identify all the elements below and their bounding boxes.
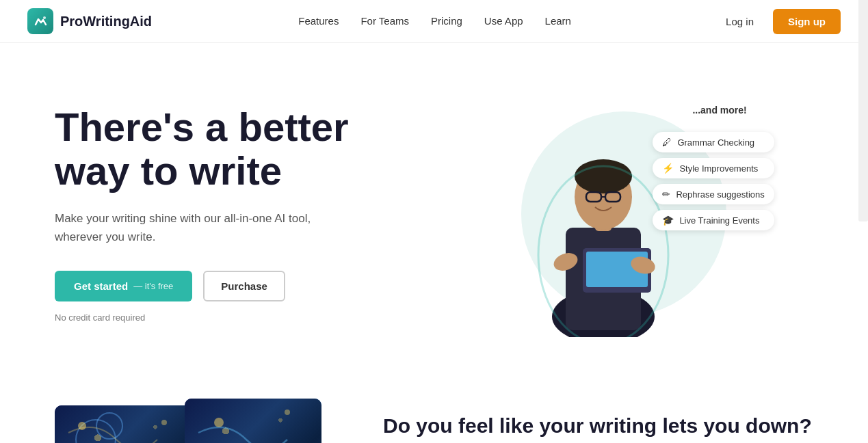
art-cards: My idea in my head [55, 399, 315, 443]
hero-right: ...and more! ✨ 🖊 Grammar Checking ⚡ Styl… [434, 84, 814, 344]
rephrase-icon: ✏ [662, 189, 670, 200]
nav-use-app[interactable]: Use App [484, 15, 523, 27]
training-label: Live Training Events [679, 215, 759, 226]
navbar: ProWritingAid Features For Teams Pricing… [0, 0, 868, 43]
section2-right: Do you feel like your writing lets you d… [383, 399, 813, 443]
section2: My idea in my head Do you feel like your… [0, 371, 868, 443]
logo-link[interactable]: ProWritingAid [27, 8, 152, 34]
nav-learn[interactable]: Learn [545, 15, 571, 27]
logo-icon [27, 8, 53, 34]
brand-name: ProWritingAid [60, 14, 152, 29]
style-label: Style Improvements [679, 163, 758, 174]
pill-training: 🎓 Live Training Events [653, 210, 774, 230]
hero-section: There's a better way to write Make your … [0, 43, 868, 371]
training-icon: 🎓 [662, 215, 674, 226]
nav-actions: Log in Sign up [718, 9, 841, 34]
purchase-button[interactable]: Purchase [203, 271, 285, 301]
nav-for-teams[interactable]: For Teams [360, 15, 409, 27]
svg-point-15 [161, 420, 167, 425]
hero-illustration: ...and more! ✨ 🖊 Grammar Checking ⚡ Styl… [487, 91, 761, 337]
get-started-button[interactable]: Get started — it's free [55, 271, 192, 301]
starry-bg [55, 405, 198, 443]
hero-subtitle: Make your writing shine with our all-in-… [55, 209, 315, 246]
hero-left: There's a better way to write Make your … [55, 105, 434, 323]
cta-label: Get started [74, 280, 128, 292]
svg-point-18 [285, 410, 290, 415]
section2-title: Do you feel like your writing lets you d… [383, 412, 813, 439]
art-card-back [55, 405, 198, 443]
nav-links: Features For Teams Pricing Use App Learn [298, 15, 571, 27]
free-tag: — it's free [133, 281, 173, 291]
svg-point-17 [214, 418, 224, 427]
no-credit-text: No credit card required [55, 312, 434, 323]
hero-buttons: Get started — it's free Purchase [55, 271, 434, 301]
starry-bg-front [185, 399, 321, 443]
rephrase-label: Rephrase suggestions [676, 189, 764, 200]
scrollbar[interactable] [858, 0, 868, 222]
nav-pricing[interactable]: Pricing [431, 15, 462, 27]
nav-features[interactable]: Features [298, 15, 339, 27]
login-button[interactable]: Log in [718, 10, 762, 33]
svg-point-14 [78, 422, 86, 430]
more-label: ...and more! [692, 105, 746, 116]
signup-button[interactable]: Sign up [773, 9, 841, 34]
grammar-icon: 🖊 [662, 137, 672, 148]
hero-title: There's a better way to write [55, 105, 434, 193]
pill-rephrase: ✏ Rephrase suggestions [653, 184, 774, 204]
pill-style: ⚡ Style Improvements [653, 158, 774, 178]
pill-grammar: 🖊 Grammar Checking [653, 132, 774, 152]
section2-left: My idea in my head [55, 399, 342, 443]
art-card-front [185, 399, 321, 443]
svg-point-0 [43, 16, 46, 19]
svg-point-9 [575, 159, 632, 193]
feature-pills: 🖊 Grammar Checking ⚡ Style Improvements … [653, 132, 774, 230]
grammar-label: Grammar Checking [677, 137, 754, 148]
style-icon: ⚡ [662, 163, 674, 174]
